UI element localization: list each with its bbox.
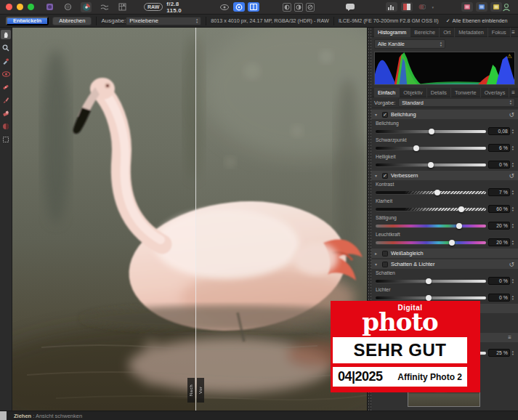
cancel-button[interactable]: Abbrechen	[52, 17, 92, 25]
stepper-icon[interactable]: ▴▾	[512, 162, 514, 167]
clipping-warning-icon[interactable]: ⚠	[507, 53, 512, 60]
panel-menu-icon[interactable]: ≡	[508, 334, 511, 341]
overlay-gradient-icon[interactable]	[1, 121, 11, 131]
clip-highlights-icon[interactable]	[294, 3, 303, 12]
slider-track[interactable]	[376, 208, 486, 211]
reset-icon[interactable]: ↺	[509, 172, 514, 179]
overlay-erase-icon[interactable]	[1, 108, 11, 118]
section-checkbox[interactable]	[382, 251, 388, 257]
slider-thumb[interactable]	[456, 223, 462, 229]
slider-thumb[interactable]	[434, 190, 440, 195]
before-after-divider[interactable]	[195, 28, 196, 411]
tab-tonwerte[interactable]: Tonwerte	[451, 88, 481, 97]
slider-thumb[interactable]	[429, 129, 434, 134]
chevron-down-icon[interactable]: ▾	[375, 173, 379, 178]
red-swatch-icon[interactable]	[461, 2, 473, 12]
stepper-icon[interactable]: ▴▾	[512, 240, 514, 245]
red-eye-icon[interactable]	[1, 69, 11, 78]
section-checkbox[interactable]	[382, 173, 388, 179]
tab-objektiv[interactable]: Objektiv	[400, 88, 426, 97]
photo-persona-icon[interactable]	[44, 2, 55, 12]
slider-thumb[interactable]	[428, 162, 434, 168]
clip-shadows-icon[interactable]	[283, 3, 291, 12]
slider-track[interactable]	[376, 191, 486, 194]
reset-icon[interactable]: ↺	[509, 111, 514, 118]
slider-thumb[interactable]	[413, 145, 419, 151]
develop-button[interactable]: Entwickeln	[6, 17, 49, 25]
crop-frame-icon[interactable]	[1, 134, 11, 144]
slider-thumb[interactable]	[426, 295, 432, 301]
blue-swatch-icon[interactable]	[476, 2, 487, 12]
slider-value[interactable]: 0 %	[488, 161, 510, 169]
photo-canvas[interactable]: Nach Vor	[12, 28, 367, 411]
scope-icon[interactable]	[386, 2, 397, 12]
section-header[interactable]: ▾ Belichtung ↺	[371, 110, 518, 119]
section-header[interactable]: ▸ Weißabgleich	[371, 249, 518, 258]
show-layers-checkbox[interactable]: ✓ Alle Ebenen einblenden	[446, 17, 508, 24]
channel-dropdown[interactable]: Alle Kanäle ▴▾	[374, 39, 445, 49]
liquify-persona-icon[interactable]	[62, 2, 73, 12]
slider-track[interactable]	[376, 296, 486, 299]
blemish-icon[interactable]	[1, 82, 11, 92]
chevron-right-icon[interactable]: ▸	[375, 251, 379, 256]
tab-einfach[interactable]: Einfach	[374, 88, 400, 97]
tab-bereiche[interactable]: Bereiche	[410, 28, 440, 37]
panel-menu-icon[interactable]: ≡	[511, 89, 515, 96]
slider-track[interactable]	[376, 241, 486, 244]
slider-value[interactable]: 6 %	[488, 144, 510, 152]
develop-persona-icon[interactable]	[81, 2, 92, 12]
yellow-swatch-icon[interactable]	[490, 2, 502, 12]
tab-details[interactable]: Details	[427, 88, 451, 97]
assistant-bubble-icon[interactable]	[345, 3, 355, 12]
stepper-icon[interactable]: ▴▾	[512, 350, 514, 355]
slider-thumb[interactable]	[449, 240, 455, 246]
stepper-icon[interactable]: ▴▾	[512, 145, 514, 150]
overlay-icon[interactable]	[416, 2, 428, 12]
slider-value[interactable]: 60 %	[488, 205, 510, 213]
stepper-icon[interactable]: ▴▾	[512, 206, 514, 211]
eye-icon[interactable]	[219, 2, 230, 12]
tab-fokus[interactable]: Fokus	[488, 28, 511, 37]
zoom-window-button[interactable]	[28, 4, 34, 10]
split-view-icon[interactable]	[248, 2, 259, 12]
stepper-icon[interactable]: ▴▾	[512, 278, 514, 283]
section-checkbox[interactable]	[382, 112, 388, 118]
tab-metadaten[interactable]: Metadaten	[455, 28, 487, 37]
slider-track[interactable]	[376, 280, 486, 283]
stepper-icon[interactable]: ▴▾	[512, 190, 514, 195]
chevron-down-icon[interactable]: ▾	[375, 262, 379, 267]
overlay-brush-icon[interactable]	[1, 95, 11, 105]
reset-icon[interactable]: ↺	[509, 261, 514, 268]
tone-map-persona-icon[interactable]	[99, 2, 110, 12]
tab-overlays[interactable]: Overlays	[481, 88, 510, 97]
stepper-icon[interactable]: ▴▾	[512, 129, 514, 134]
stepper-icon[interactable]: ▴▾	[512, 295, 514, 300]
slider-track[interactable]	[376, 163, 486, 166]
minimize-window-button[interactable]	[17, 4, 23, 10]
slider-value[interactable]: 25 %	[488, 349, 510, 357]
hand-icon[interactable]	[1, 30, 11, 39]
clip-saturation-icon[interactable]	[306, 3, 315, 12]
preset-dropdown[interactable]: Standard ▴▾	[398, 98, 515, 107]
resize-grip[interactable]	[0, 411, 7, 420]
slider-value[interactable]: 7 %	[488, 188, 510, 196]
tab-ort[interactable]: Ort	[440, 28, 455, 37]
info-circle-icon[interactable]	[233, 2, 245, 12]
slider-thumb[interactable]	[458, 206, 464, 212]
chevron-down-icon[interactable]: ▾	[375, 112, 379, 117]
slider-track[interactable]	[376, 147, 486, 150]
account-icon[interactable]	[502, 3, 511, 12]
slider-thumb[interactable]	[426, 278, 432, 284]
panel-menu-icon[interactable]: ≡	[511, 29, 515, 36]
section-checkbox[interactable]	[382, 262, 388, 267]
section-header[interactable]: ▾ Schatten & Lichter ↺	[371, 259, 518, 269]
close-window-button[interactable]	[6, 4, 12, 10]
slider-track[interactable]	[376, 130, 486, 133]
rgb-icon[interactable]	[401, 2, 413, 12]
slider-value[interactable]: 20 %	[488, 222, 510, 230]
output-dropdown[interactable]: Pixelebene ▴▾	[126, 17, 201, 25]
slider-value[interactable]: 0 %	[488, 277, 510, 285]
white-balance-dropper-icon[interactable]	[1, 56, 11, 65]
chevron-down-icon[interactable]: ▾	[432, 5, 434, 9]
stepper-icon[interactable]: ▴▾	[512, 223, 514, 228]
